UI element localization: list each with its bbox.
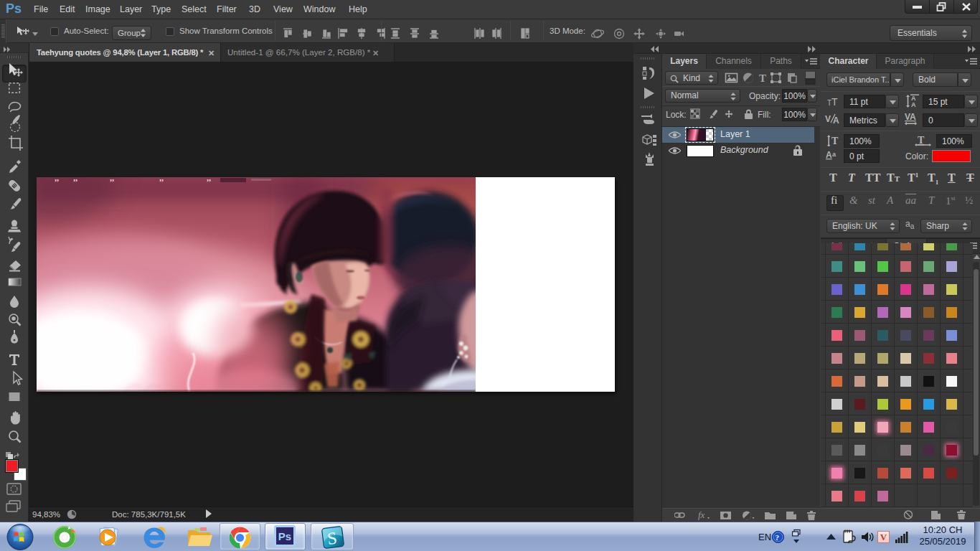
svg-text:’’: ’’ bbox=[159, 177, 164, 187]
svg-text:T: T bbox=[918, 135, 925, 146]
svg-text:T: T bbox=[759, 72, 766, 84]
svg-text:a: a bbox=[832, 151, 837, 158]
svg-text:’’: ’’ bbox=[109, 177, 114, 187]
svg-text:’’: ’’ bbox=[206, 177, 211, 187]
svg-text:V: V bbox=[825, 114, 831, 124]
svg-text:A: A bbox=[911, 101, 916, 108]
svg-text:VA: VA bbox=[905, 112, 916, 122]
svg-text:T: T bbox=[831, 136, 839, 146]
svg-text:A: A bbox=[826, 150, 832, 160]
svg-text:A: A bbox=[833, 116, 839, 126]
svg-text:?: ? bbox=[776, 533, 780, 542]
svg-text:’’: ’’ bbox=[54, 177, 59, 187]
svg-text:’’: ’’ bbox=[72, 177, 77, 187]
svg-text:T: T bbox=[831, 96, 838, 107]
svg-text:fx: fx bbox=[698, 510, 705, 520]
